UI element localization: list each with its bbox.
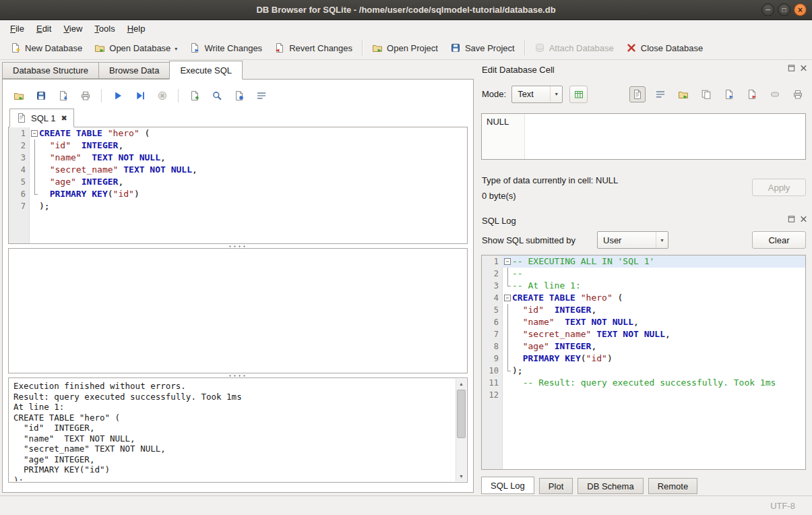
menu-help[interactable]: Help	[121, 22, 152, 36]
code-line[interactable]: 5 "age" INTEGER,	[9, 176, 467, 188]
fold-marker-icon[interactable]	[502, 255, 512, 268]
open-project-icon	[372, 42, 383, 53]
code-line[interactable]: 6 PRIMARY KEY("id")	[9, 188, 467, 200]
code-line[interactable]: 7 "secret_name" TEXT NOT NULL,	[482, 328, 805, 340]
revert-changes-button[interactable]: Revert Changes	[268, 39, 358, 57]
save-project-button[interactable]: Save Project	[444, 39, 521, 57]
scrollbar-thumb[interactable]	[457, 390, 466, 438]
mode-select[interactable]: Text ▾	[511, 86, 563, 103]
set-null-button[interactable]	[767, 86, 783, 102]
import-data-button[interactable]	[721, 86, 737, 102]
code-line[interactable]: 2 "id" INTEGER,	[9, 140, 467, 152]
code-line[interactable]: 7);	[9, 200, 467, 212]
code-line[interactable]: 6 "name" TEXT NOT NULL,	[482, 316, 805, 328]
execute-current-line-icon	[135, 90, 146, 101]
code-line[interactable]: 11 -- Result: query executed successfull…	[482, 377, 805, 389]
table-grid-button[interactable]	[569, 86, 588, 103]
dock-tab-plot[interactable]: Plot	[539, 478, 573, 494]
word-wrap-button[interactable]	[652, 86, 668, 102]
code-line[interactable]: 1-- EXECUTING ALL IN 'SQL 1'	[482, 255, 805, 268]
menu-tools[interactable]: Tools	[88, 22, 121, 36]
print-icon	[80, 90, 91, 101]
close-database-button[interactable]: Close Database	[620, 39, 710, 57]
dock-tab-db-schema[interactable]: DB Schema	[577, 478, 643, 494]
fold-marker-icon	[502, 365, 512, 377]
execute-current-line-button[interactable]	[131, 87, 149, 104]
tab-browse-data[interactable]: Browse Data	[98, 62, 170, 79]
cell-editor[interactable]: NULL	[481, 113, 806, 160]
titlebar[interactable]: DB Browser for SQLite - /home/user/code/…	[0, 0, 812, 20]
code-line[interactable]: 12	[482, 389, 805, 401]
close-button[interactable]: ×	[794, 3, 807, 16]
sql-tabbar: SQL 1 ✖	[8, 107, 468, 127]
sql-tab[interactable]: SQL 1 ✖	[9, 109, 74, 127]
export-data-button[interactable]	[744, 86, 760, 102]
close-tab-icon[interactable]: ✖	[59, 114, 67, 123]
code-line[interactable]: 1CREATE TABLE "hero" (	[9, 127, 467, 140]
save-sql-file-as-button[interactable]	[54, 87, 72, 104]
auto-completion-button[interactable]	[230, 87, 248, 104]
tab-execute-sql[interactable]: Execute SQL	[169, 61, 243, 80]
code-line[interactable]: 10);	[482, 365, 805, 377]
submitter-select[interactable]: User ▾	[597, 231, 668, 249]
maximize-button[interactable]: □	[778, 3, 790, 16]
word-wrap-button[interactable]	[252, 87, 270, 104]
code-line[interactable]: 4 "secret_name" TEXT NOT NULL,	[9, 164, 467, 176]
write-changes-button[interactable]: Write Changes	[183, 39, 268, 57]
code-line[interactable]: 9 PRIMARY KEY("id")	[482, 353, 805, 365]
revert-changes-icon	[274, 42, 285, 53]
code-line[interactable]: 4CREATE TABLE "hero" (	[482, 292, 805, 304]
edit-cell-dock-icons	[786, 63, 809, 73]
fold-marker-icon	[502, 389, 512, 401]
open-sql-file-button[interactable]	[9, 87, 28, 104]
copy-data-button[interactable]	[698, 86, 714, 102]
new-database-button[interactable]: New Database	[4, 39, 88, 57]
execution-log-text[interactable]: Execution finished without errors. Resul…	[9, 379, 455, 481]
sql-editor[interactable]: 1CREATE TABLE "hero" (2 "id" INTEGER,3 "…	[8, 127, 468, 244]
open-database-button[interactable]: Open Database▾	[88, 39, 183, 57]
statusbar: UTF-8	[0, 495, 812, 515]
fold-marker-icon	[29, 188, 39, 200]
save-sql-file-button[interactable]	[32, 87, 50, 104]
close-panel-icon[interactable]	[799, 214, 809, 224]
text-mode-button[interactable]	[629, 86, 646, 102]
code-line[interactable]: 2--	[482, 268, 805, 280]
sql-file-icon	[16, 113, 27, 123]
menu-view[interactable]: View	[57, 22, 88, 36]
minimize-button[interactable]: ─	[761, 3, 774, 16]
fold-marker-icon[interactable]	[29, 127, 39, 140]
print-button[interactable]	[76, 87, 94, 104]
encoding-indicator[interactable]: UTF-8	[770, 501, 795, 511]
clear-button[interactable]: Clear	[752, 231, 806, 249]
vertical-scrollbar[interactable]: ▲ ▼	[456, 379, 466, 481]
save-sql-file-icon	[36, 90, 46, 101]
float-panel-icon[interactable]	[786, 63, 797, 73]
code-line[interactable]: 8 "age" INTEGER,	[482, 340, 805, 353]
sql-log-view[interactable]: 1-- EXECUTING ALL IN 'SQL 1'2--3-- At li…	[481, 255, 806, 470]
find-text-button[interactable]	[208, 87, 226, 104]
close-panel-icon[interactable]	[799, 63, 809, 73]
open-project-button[interactable]: Open Project	[366, 39, 444, 57]
open-query-in-new-tab-button[interactable]	[185, 87, 204, 104]
code-line[interactable]: 5 "id" INTEGER,	[482, 304, 805, 316]
execute-all-button[interactable]	[108, 87, 127, 104]
line-number: 4	[482, 292, 502, 304]
fold-marker-icon[interactable]	[502, 292, 512, 304]
scroll-down-icon[interactable]: ▼	[456, 471, 466, 481]
open-in-editor-button[interactable]	[675, 86, 691, 102]
dock-tab-sql-log[interactable]: SQL Log	[481, 477, 534, 494]
dock-tab-remote[interactable]: Remote	[648, 478, 698, 494]
menu-file[interactable]: File	[4, 22, 30, 36]
float-panel-icon[interactable]	[786, 214, 797, 224]
code-line[interactable]: 3-- At line 1:	[482, 280, 805, 292]
results-grid[interactable]	[8, 248, 468, 373]
dropdown-arrow-icon[interactable]: ▾	[175, 46, 177, 53]
open-query-in-new-tab-icon	[189, 90, 200, 101]
print-cell-icon	[792, 89, 803, 100]
tab-database-structure[interactable]: Database Structure	[2, 62, 99, 79]
code-line[interactable]: 3 "name" TEXT NOT NULL,	[9, 152, 467, 164]
menu-edit[interactable]: Edit	[30, 22, 57, 36]
attach-database-icon	[534, 42, 545, 53]
print-cell-button[interactable]	[790, 86, 806, 102]
scroll-up-icon[interactable]: ▲	[456, 379, 466, 389]
